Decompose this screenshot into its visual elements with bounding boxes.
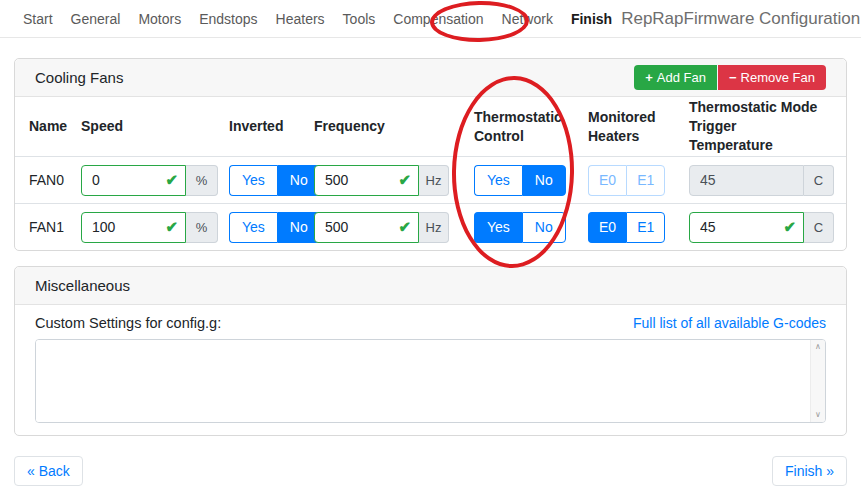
wizard-footer: « Back Finish » [0, 456, 861, 486]
miscellaneous-header: Miscellaneous [15, 267, 846, 305]
nav-items: Start General Motors Endstops Heaters To… [14, 11, 621, 27]
plus-icon: + [645, 70, 653, 85]
scroll-up-icon[interactable]: ∧ [815, 342, 821, 352]
nav-item-network[interactable]: Network [493, 11, 562, 27]
fan0-name-label: FAN0 [29, 172, 81, 188]
back-button[interactable]: « Back [14, 456, 83, 486]
fan0-thermostatic-no-button[interactable]: No [522, 165, 566, 196]
nav-item-finish[interactable]: Finish [562, 11, 621, 27]
textarea-scrollbar[interactable]: ∧ ∨ [810, 340, 825, 422]
add-fan-button[interactable]: +Add Fan [634, 65, 717, 90]
col-monitored-heaters: Monitored Heaters [588, 108, 689, 146]
top-navbar: Start General Motors Endstops Heaters To… [0, 0, 861, 38]
fan-buttons-group: +Add Fan −Remove Fan [634, 65, 826, 90]
nav-item-motors[interactable]: Motors [129, 11, 190, 27]
fan0-monitored-heaters-group: E0 E1 [588, 165, 689, 196]
fan-row-fan0: FAN0 ✔ % Yes No ✔ Hz Yes No E0 E1 [15, 156, 846, 203]
nav-item-tools[interactable]: Tools [334, 11, 385, 27]
col-name: Name [29, 117, 81, 136]
miscellaneous-card: Miscellaneous Custom Settings for config… [14, 266, 847, 436]
cooling-fans-card: Cooling Fans +Add Fan −Remove Fan Name S… [14, 58, 847, 251]
nav-item-start[interactable]: Start [14, 11, 62, 27]
fan0-trigger-temp-unit: C [804, 165, 834, 196]
custom-settings-textarea-wrap: ∧ ∨ [35, 339, 826, 423]
fan0-trigger-temp-group: C [689, 165, 834, 196]
col-inverted: Inverted [229, 117, 314, 136]
fan1-frequency-unit: Hz [419, 212, 449, 243]
fan1-heater-e1-button[interactable]: E1 [626, 212, 665, 243]
custom-settings-textarea[interactable] [36, 340, 810, 422]
fan0-speed-unit: % [186, 165, 218, 196]
col-speed: Speed [81, 117, 229, 136]
fan1-frequency-input[interactable] [315, 213, 418, 242]
fan0-thermostatic-toggle: Yes No [474, 165, 588, 196]
fan1-thermostatic-yes-button[interactable]: Yes [474, 212, 522, 243]
minus-icon: − [729, 70, 737, 85]
fan1-speed-unit: % [186, 212, 218, 243]
fan1-thermostatic-no-button[interactable]: No [522, 212, 566, 243]
fan1-frequency-group: ✔ Hz [314, 212, 474, 243]
fan1-inverted-toggle: Yes No [229, 212, 314, 243]
fan1-trigger-temp-input[interactable] [690, 213, 803, 242]
fan1-thermostatic-toggle: Yes No [474, 212, 588, 243]
fan1-trigger-temp-group: ✔ C [689, 212, 834, 243]
remove-fan-button[interactable]: −Remove Fan [718, 65, 826, 90]
fan0-inverted-toggle: Yes No [229, 165, 314, 196]
fan1-monitored-heaters-group: E0 E1 [588, 212, 689, 243]
miscellaneous-body: Custom Settings for config.g: Full list … [15, 305, 846, 435]
cooling-fans-header: Cooling Fans +Add Fan −Remove Fan [15, 59, 846, 97]
nav-item-heaters[interactable]: Heaters [267, 11, 334, 27]
fan0-speed-input[interactable] [82, 166, 185, 195]
fan0-trigger-temp-input [690, 166, 803, 195]
fan0-heater-e1-button[interactable]: E1 [626, 165, 665, 196]
gcodes-list-link[interactable]: Full list of all available G-codes [633, 315, 826, 331]
fans-table-header: Name Speed Inverted Frequency Thermostat… [15, 97, 846, 156]
fan0-frequency-group: ✔ Hz [314, 165, 474, 196]
fan1-name-label: FAN1 [29, 219, 81, 235]
fan0-frequency-unit: Hz [419, 165, 449, 196]
finish-button[interactable]: Finish » [772, 456, 847, 486]
app-title: RepRapFirmware Configuration Tool [621, 9, 861, 29]
fan0-heater-e0-button[interactable]: E0 [588, 165, 626, 196]
fan1-speed-group: ✔ % [81, 212, 229, 243]
custom-settings-label: Custom Settings for config.g: [35, 315, 221, 331]
nav-item-endstops[interactable]: Endstops [190, 11, 266, 27]
fan0-inverted-yes-button[interactable]: Yes [229, 165, 277, 196]
fan0-speed-group: ✔ % [81, 165, 229, 196]
fan0-frequency-input[interactable] [315, 166, 418, 195]
fan1-trigger-temp-unit: C [804, 212, 834, 243]
fan1-speed-input[interactable] [82, 213, 185, 242]
col-thermostatic-control: Thermostatic Control [474, 108, 588, 146]
col-frequency: Frequency [314, 117, 474, 136]
fan1-inverted-yes-button[interactable]: Yes [229, 212, 277, 243]
scroll-down-icon[interactable]: ∨ [815, 410, 821, 420]
miscellaneous-title: Miscellaneous [35, 277, 130, 294]
page: Start General Motors Endstops Heaters To… [0, 0, 861, 491]
fan1-heater-e0-button[interactable]: E0 [588, 212, 626, 243]
fan-row-fan1: FAN1 ✔ % Yes No ✔ Hz Yes No E0 E1 ✔ [15, 203, 846, 250]
cooling-fans-title: Cooling Fans [35, 69, 123, 86]
nav-item-compensation[interactable]: Compensation [384, 11, 492, 27]
nav-item-general[interactable]: General [62, 11, 130, 27]
col-trigger-temperature: Thermostatic Mode Trigger Temperature [689, 98, 832, 155]
fan0-thermostatic-yes-button[interactable]: Yes [474, 165, 522, 196]
